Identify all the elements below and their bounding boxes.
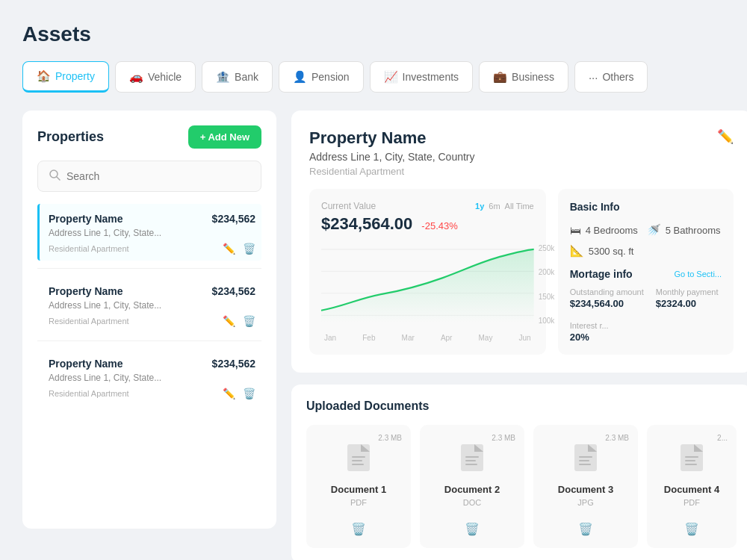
monthly-item: Monthly payment $2324.00	[656, 287, 719, 309]
doc-file-icon	[681, 444, 703, 476]
doc-name: Document 2	[444, 484, 500, 495]
edit-detail-icon[interactable]: ✏️	[717, 128, 734, 145]
basic-info-row: 🛏 4 Bedrooms 🚿 5 Bathrooms	[570, 223, 722, 237]
search-icon	[49, 169, 61, 184]
property-value: $234,562	[212, 358, 255, 370]
tab-property[interactable]: 🏠 Property	[22, 61, 109, 93]
area-label: 5300 sq. ft	[589, 246, 634, 257]
doc-name: Document 3	[558, 484, 613, 495]
search-box	[37, 161, 261, 192]
svg-rect-8	[352, 460, 362, 461]
chart-section: Current Value 1y 6m All Time $234,564.00…	[309, 189, 546, 355]
property-address: Address Line 1, City, State...	[49, 300, 255, 311]
bath-icon: 🚿	[647, 223, 661, 237]
document-card: 2.3 MB Document 3 JPG 🗑️	[533, 425, 638, 548]
svg-rect-17	[579, 464, 591, 465]
doc-size: 2...	[717, 434, 728, 442]
svg-rect-11	[465, 456, 479, 458]
property-value: $234,562	[212, 285, 255, 297]
svg-rect-9	[352, 464, 364, 465]
doc-delete-icon[interactable]: 🗑️	[578, 522, 593, 536]
divider	[37, 340, 261, 341]
time-btn-1y[interactable]: 1y	[475, 202, 484, 211]
bedrooms-label: 4 Bedrooms	[586, 225, 638, 236]
property-address: Address Line 1, City, State...	[49, 373, 255, 383]
chart-header: Current Value 1y 6m All Time	[321, 201, 534, 211]
doc-size: 2.3 MB	[378, 434, 402, 442]
chart-current-value: $234,564.00	[321, 214, 412, 234]
business-tab-icon: 💼	[493, 70, 507, 84]
mortgage-title-row: Mortage info Go to Secti...	[570, 268, 722, 280]
detail-property-name: Property Name	[309, 128, 427, 148]
delete-icon[interactable]: 🗑️	[243, 315, 255, 327]
edit-icon[interactable]: ✏️	[223, 243, 235, 255]
doc-file-icon	[461, 444, 483, 476]
outstanding-item: Outstanding amount $234,564.00	[570, 287, 644, 309]
tab-business-label: Business	[512, 71, 554, 83]
property-actions: ✏️ 🗑️	[223, 243, 255, 255]
svg-rect-13	[465, 464, 477, 465]
tab-pension-label: Pension	[311, 71, 350, 83]
svg-rect-7	[352, 456, 365, 458]
property-tab-icon: 🏠	[37, 69, 51, 83]
doc-delete-icon[interactable]: 🗑️	[684, 522, 699, 536]
property-list-item[interactable]: Property Name $234,562 Address Line 1, C…	[37, 204, 261, 261]
basic-info-section: Basic Info 🛏 4 Bedrooms 🚿 5 Bathrooms	[558, 189, 734, 355]
property-actions: ✏️ 🗑️	[223, 388, 255, 399]
outstanding-value: $234,564.00	[570, 298, 644, 309]
left-panel: Properties + Add New Property Name $234,…	[22, 111, 276, 529]
chart-change: -25.43%	[421, 220, 457, 231]
tab-others[interactable]: ··· Others	[574, 61, 648, 93]
bathrooms-label: 5 Bathrooms	[666, 225, 721, 236]
doc-delete-icon[interactable]: 🗑️	[351, 522, 366, 536]
interest-label: Interest r...	[570, 321, 609, 330]
tab-pension[interactable]: 👤 Pension	[279, 61, 364, 93]
property-list-item[interactable]: Property Name $234,562 Address Line 1, C…	[37, 349, 261, 405]
detail-type: Residential Apartment	[309, 166, 734, 177]
document-card: 2.3 MB Document 1 PDF 🗑️	[306, 425, 411, 548]
property-type: Residential Apartment	[49, 317, 129, 326]
mortgage-row: Outstanding amount $234,564.00 Monthly p…	[570, 287, 722, 343]
doc-file-icon	[574, 444, 597, 476]
chart-label: Current Value	[321, 201, 376, 211]
detail-card: Property Name ✏️ Address Line 1, City, S…	[291, 111, 747, 373]
svg-rect-19	[685, 456, 698, 458]
document-card: 2.3 MB Document 2 DOC 🗑️	[420, 425, 524, 548]
documents-row: 2.3 MB Document 1 PDF 🗑️	[306, 425, 737, 548]
doc-type: PDF	[350, 498, 367, 507]
time-btn-6m[interactable]: 6m	[489, 202, 500, 211]
tab-vehicle[interactable]: 🚗 Vehicle	[115, 61, 196, 93]
svg-rect-21	[685, 464, 697, 465]
tab-bank-label: Bank	[235, 71, 258, 83]
tab-bank[interactable]: 🏦 Bank	[202, 61, 273, 93]
goto-section[interactable]: Go to Secti...	[674, 270, 722, 279]
bathrooms-info: 🚿 5 Bathrooms	[647, 223, 721, 237]
x-axis-labels: Jan Feb Mar Apr May Jun	[321, 334, 534, 342]
edit-icon[interactable]: ✏️	[223, 388, 235, 399]
doc-delete-icon[interactable]: 🗑️	[465, 522, 480, 536]
doc-size: 2.3 MB	[605, 434, 629, 442]
doc-type: JPG	[577, 498, 593, 507]
add-new-button[interactable]: + Add New	[188, 125, 261, 149]
others-tab-icon: ···	[589, 71, 598, 84]
documents-title: Uploaded Documents	[306, 399, 737, 413]
delete-icon[interactable]: 🗑️	[243, 243, 255, 255]
search-input[interactable]	[66, 170, 250, 182]
page-title: Assets	[22, 22, 725, 46]
bank-tab-icon: 🏦	[216, 70, 230, 84]
property-type: Residential Apartment	[49, 389, 129, 398]
info-row: Current Value 1y 6m All Time $234,564.00…	[309, 189, 734, 355]
main-layout: Properties + Add New Property Name $234,…	[22, 111, 725, 560]
tab-investments[interactable]: 📈 Investments	[370, 61, 473, 93]
interest-item: Interest r... 20%	[570, 321, 609, 343]
y-axis-labels: 250k 200k 150k 100k	[534, 241, 561, 331]
bedrooms-info: 🛏 4 Bedrooms	[570, 223, 638, 237]
interest-value: 20%	[570, 332, 609, 343]
investments-tab-icon: 📈	[384, 70, 398, 84]
area-info-row: 📐 5300 sq. ft	[570, 244, 722, 258]
delete-icon[interactable]: 🗑️	[243, 388, 255, 399]
tab-business[interactable]: 💼 Business	[479, 61, 568, 93]
edit-icon[interactable]: ✏️	[223, 315, 235, 327]
time-btn-alltime[interactable]: All Time	[505, 202, 534, 211]
property-list-item[interactable]: Property Name $234,562 Address Line 1, C…	[37, 276, 261, 333]
